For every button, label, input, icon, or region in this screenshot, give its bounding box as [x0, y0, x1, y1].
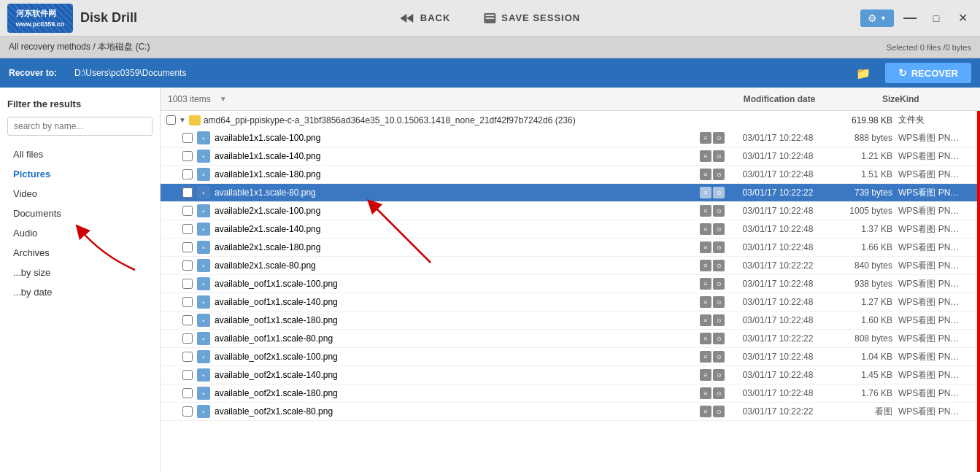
preview-icon[interactable]: ≡ — [700, 187, 711, 198]
file-size: 1.60 KB — [825, 315, 898, 325]
info-icon[interactable]: ⊙ — [713, 406, 725, 417]
file-thumbnail: ▪ — [197, 241, 210, 254]
file-size: 1.27 KB — [825, 297, 898, 307]
preview-icon[interactable]: ≡ — [700, 351, 711, 363]
sidebar-item-all-files[interactable]: All files — [7, 144, 153, 164]
group-checkbox[interactable] — [166, 115, 176, 125]
items-count: 1003 items — [168, 94, 211, 104]
preview-icon[interactable]: ≡ — [700, 333, 711, 344]
info-icon[interactable]: ⊙ — [713, 260, 725, 271]
sidebar-item-archives[interactable]: Archives — [7, 243, 153, 263]
file-row[interactable]: ▪ available2x1.scale-80.png ≡ ⊙ 03/01/17… — [161, 257, 977, 275]
preview-icon[interactable]: ≡ — [700, 314, 711, 326]
preview-icon[interactable]: ≡ — [700, 169, 711, 180]
sidebar-item-audio[interactable]: Audio — [7, 223, 153, 243]
file-thumbnail: ▪ — [197, 131, 210, 144]
info-icon[interactable]: ⊙ — [713, 369, 725, 381]
file-kind: WPS看图 PN… — [898, 296, 971, 309]
file-name: available2x1.scale-180.png — [215, 242, 700, 252]
maximize-button[interactable]: □ — [926, 8, 946, 28]
info-icon[interactable]: ⊙ — [713, 351, 725, 363]
file-checkbox[interactable] — [182, 370, 193, 380]
preview-icon[interactable]: ≡ — [700, 278, 711, 290]
file-row[interactable]: ▪ available1x1.scale-100.png ≡ ⊙ 03/01/1… — [161, 129, 977, 147]
file-checkbox[interactable] — [182, 315, 193, 325]
file-checkbox[interactable] — [182, 406, 193, 417]
file-row[interactable]: ▪ available2x1.scale-100.png ≡ ⊙ 03/01/1… — [161, 202, 977, 220]
preview-icon[interactable]: ≡ — [700, 260, 711, 271]
file-action-icons: ≡ ⊙ — [700, 278, 725, 290]
file-checkbox[interactable] — [182, 187, 193, 198]
file-row[interactable]: ▪ available1x1.scale-180.png ≡ ⊙ 03/01/1… — [161, 166, 977, 184]
info-icon[interactable]: ⊙ — [713, 150, 725, 162]
file-checkbox[interactable] — [182, 151, 193, 161]
file-checkbox[interactable] — [182, 133, 193, 143]
file-checkbox[interactable] — [182, 333, 193, 344]
collapse-button[interactable]: ▼ — [179, 116, 186, 124]
file-checkbox[interactable] — [182, 206, 193, 216]
preview-icon[interactable]: ≡ — [700, 150, 711, 162]
file-checkbox[interactable] — [182, 352, 193, 362]
preview-icon[interactable]: ≡ — [700, 132, 711, 144]
recover-button[interactable]: ↻ RECOVER — [885, 63, 971, 83]
preview-icon[interactable]: ≡ — [700, 223, 711, 235]
preview-icon[interactable]: ≡ — [700, 369, 711, 381]
col-header-name: 1003 items ▼ — [168, 94, 732, 104]
file-row[interactable]: ▪ available_oof2x1.scale-100.png ≡ ⊙ 03/… — [161, 348, 977, 366]
sort-dropdown-icon[interactable]: ▼ — [220, 95, 227, 103]
file-checkbox[interactable] — [182, 297, 193, 307]
file-row[interactable]: ▪ available_oof2x1.scale-140.png ≡ ⊙ 03/… — [161, 366, 977, 384]
close-button[interactable]: ✕ — [952, 8, 973, 28]
file-row[interactable]: ▪ available1x1.scale-140.png ≡ ⊙ 03/01/1… — [161, 147, 977, 166]
file-row-selected[interactable]: ▪ available1x1.scale-80.png ≡ ⊙ 03/01/17… — [161, 184, 977, 202]
folder-icon[interactable]: 📁 — [856, 66, 871, 80]
file-checkbox[interactable] — [182, 388, 193, 398]
file-row[interactable]: ▪ available_oof1x1.scale-140.png ≡ ⊙ 03/… — [161, 293, 977, 312]
gear-icon: ⚙ — [868, 12, 877, 24]
sidebar-item-by-date[interactable]: ...by date — [7, 282, 153, 302]
sidebar-item-by-size[interactable]: ...by size — [7, 263, 153, 282]
info-icon[interactable]: ⊙ — [713, 333, 725, 344]
info-icon[interactable]: ⊙ — [713, 223, 725, 235]
file-row[interactable]: ▪ available2x1.scale-180.png ≡ ⊙ 03/01/1… — [161, 239, 977, 257]
preview-icon[interactable]: ≡ — [700, 296, 711, 308]
minimize-button[interactable]: — — [900, 8, 920, 28]
file-checkbox[interactable] — [182, 224, 193, 234]
back-button[interactable]: BACK — [394, 9, 457, 26]
file-checkbox[interactable] — [182, 169, 193, 179]
info-icon[interactable]: ⊙ — [713, 205, 725, 217]
sidebar-item-video[interactable]: Video — [7, 184, 153, 204]
sidebar-item-pictures[interactable]: Pictures — [7, 164, 153, 184]
save-session-button[interactable]: SAVE SESSION — [478, 9, 586, 26]
file-row[interactable]: ▪ available_oof1x1.scale-80.png ≡ ⊙ 03/0… — [161, 330, 977, 348]
col-header-size[interactable]: Size — [827, 94, 900, 104]
info-icon[interactable]: ⊙ — [713, 296, 725, 308]
col-header-date[interactable]: Modification date — [732, 94, 827, 104]
info-icon[interactable]: ⊙ — [713, 187, 725, 198]
info-icon[interactable]: ⊙ — [713, 387, 725, 399]
file-thumbnail: ▪ — [197, 295, 210, 309]
col-header-kind[interactable]: Kind — [900, 94, 973, 104]
file-name: available2x1.scale-80.png — [215, 260, 700, 271]
preview-icon[interactable]: ≡ — [700, 387, 711, 399]
file-row[interactable]: ▪ available_oof2x1.scale-80.png ≡ ⊙ 03/0… — [161, 403, 977, 421]
file-row[interactable]: ▪ available_oof2x1.scale-180.png ≡ ⊙ 03/… — [161, 384, 977, 403]
search-input[interactable] — [7, 117, 153, 136]
info-icon[interactable]: ⊙ — [713, 314, 725, 326]
file-row[interactable]: ▪ available_oof1x1.scale-180.png ≡ ⊙ 03/… — [161, 312, 977, 330]
info-icon[interactable]: ⊙ — [713, 132, 725, 144]
file-checkbox[interactable] — [182, 260, 193, 271]
file-row[interactable]: ▪ available_oof1x1.scale-100.png ≡ ⊙ 03/… — [161, 275, 977, 293]
file-checkbox[interactable] — [182, 279, 193, 289]
preview-icon[interactable]: ≡ — [700, 406, 711, 417]
sidebar-item-documents[interactable]: Documents — [7, 204, 153, 223]
file-name: available_oof1x1.scale-180.png — [215, 315, 700, 325]
file-row[interactable]: ▪ available2x1.scale-140.png ≡ ⊙ 03/01/1… — [161, 220, 977, 239]
settings-button[interactable]: ⚙ ▼ — [860, 9, 894, 27]
info-icon[interactable]: ⊙ — [713, 169, 725, 180]
info-icon[interactable]: ⊙ — [713, 241, 725, 253]
info-icon[interactable]: ⊙ — [713, 278, 725, 290]
file-checkbox[interactable] — [182, 242, 193, 252]
preview-icon[interactable]: ≡ — [700, 241, 711, 253]
preview-icon[interactable]: ≡ — [700, 205, 711, 217]
